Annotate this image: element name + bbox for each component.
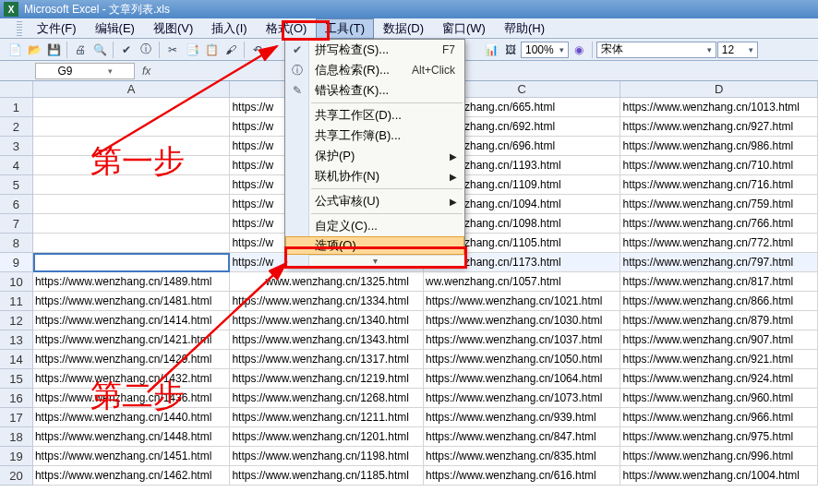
paste-button[interactable]: 📋: [202, 41, 221, 59]
row-header[interactable]: 1: [0, 98, 33, 117]
menu-item-共享工作簿B[interactable]: 共享工作簿(B)...: [285, 126, 464, 146]
table-row[interactable]: 10https://www.wenzhang.cn/1489.htmlhttps…: [0, 272, 818, 292]
cell[interactable]: https://www.wenzhang.cn/921.html: [620, 350, 818, 369]
col-header-D[interactable]: D: [620, 81, 818, 98]
new-button[interactable]: 📄: [6, 41, 24, 59]
cell[interactable]: [33, 195, 231, 214]
cell[interactable]: https://www.wenzhang.cn/1325.html: [230, 272, 424, 292]
row-header[interactable]: 13: [0, 330, 33, 350]
row-header[interactable]: 15: [0, 369, 33, 389]
cell[interactable]: https://www.wenzhang.cn/907.html: [620, 330, 818, 350]
menu-item-错误检查K[interactable]: ✎错误检查(K)...: [285, 80, 464, 101]
row-header[interactable]: 16: [0, 389, 33, 408]
cell[interactable]: https://www.wenzhang.cn/1185.html: [230, 466, 424, 486]
cell[interactable]: https://www.wenzhang.cn/1201.html: [230, 427, 424, 447]
cell[interactable]: https://www.wenzhang.cn/1021.html: [424, 292, 621, 311]
format-painter-button[interactable]: 🖌: [222, 41, 240, 59]
cell[interactable]: https://www.wenzhang.cn/797.html: [620, 253, 818, 272]
table-row[interactable]: 12https://www.wenzhang.cn/1414.htmlhttps…: [0, 311, 818, 330]
cell[interactable]: https://www.wenzhang.cn/924.html: [620, 369, 818, 389]
row-header[interactable]: 4: [0, 156, 33, 175]
row-header[interactable]: 7: [0, 214, 33, 234]
row-header[interactable]: 9: [0, 253, 33, 272]
row-header[interactable]: 18: [0, 427, 33, 447]
cell[interactable]: https://www.wenzhang.cn/1343.html: [230, 330, 424, 350]
cell[interactable]: https://www.wenzhang.cn/766.html: [620, 214, 818, 234]
cell[interactable]: https://www.wenzhang.cn/1414.html: [33, 311, 231, 330]
menu-item-共享工作区D[interactable]: 共享工作区(D)...: [285, 105, 464, 126]
cell[interactable]: https://www.wenzhang.cn/1429.html: [33, 350, 231, 369]
table-row[interactable]: 20https://www.wenzhang.cn/1462.htmlhttps…: [0, 466, 818, 486]
cell[interactable]: https://www.wenzhang.cn/716.html: [620, 175, 818, 195]
cell[interactable]: [33, 234, 231, 253]
save-button[interactable]: 💾: [44, 41, 63, 59]
cell[interactable]: https://www.wenzhang.cn/1004.html: [620, 466, 818, 486]
cell[interactable]: https://www.wenzhang.cn/1219.html: [230, 369, 424, 389]
cell[interactable]: https://www.wenzhang.cn/1030.html: [424, 311, 621, 330]
row-header[interactable]: 5: [0, 175, 33, 195]
zoom-combo[interactable]: 100%▾: [521, 42, 569, 58]
row-header[interactable]: 19: [0, 447, 33, 466]
cell[interactable]: https://www.wenzhang.cn/1064.html: [424, 369, 621, 389]
cell[interactable]: https://www.wenzhang.cn/1013.html: [620, 98, 818, 117]
cell[interactable]: https://www.wenzhang.cn/772.html: [620, 234, 818, 253]
preview-button[interactable]: 🔍: [90, 41, 109, 59]
font-name-combo[interactable]: 宋体▾: [596, 42, 716, 58]
cell[interactable]: https://www.wenzhang.cn/996.html: [620, 447, 818, 466]
cell[interactable]: https://www.wenzhang.cn/975.html: [620, 427, 818, 447]
cell[interactable]: https://www.wenzhang.cn/835.html: [424, 447, 621, 466]
cell[interactable]: https://www.wenzhang.cn/1317.html: [230, 350, 424, 369]
cell[interactable]: https://www.wenzhang.cn/939.html: [424, 408, 621, 427]
copy-button[interactable]: 📑: [183, 41, 201, 59]
cell[interactable]: https://www.wenzhang.cn/960.html: [620, 389, 818, 408]
cell[interactable]: https://www.wenzhang.cn/1073.html: [424, 389, 621, 408]
menu-item-联机协作N[interactable]: 联机协作(N)▶: [285, 166, 464, 186]
cell[interactable]: https://www.wenzhang.cn/847.html: [424, 427, 621, 447]
cell[interactable]: https://www.wenzhang.cn/1268.html: [230, 389, 424, 408]
row-header[interactable]: 6: [0, 195, 33, 214]
cell[interactable]: https://www.wenzhang.cn/1198.html: [230, 447, 424, 466]
row-header[interactable]: 11: [0, 292, 33, 311]
menu-帮助[interactable]: 帮助(H): [495, 18, 554, 39]
cell[interactable]: https://www.wenzhang.cn/1340.html: [230, 311, 424, 330]
menu-窗口[interactable]: 窗口(W): [433, 18, 495, 39]
menu-插入[interactable]: 插入(I): [202, 18, 256, 39]
spellcheck-button[interactable]: ✔: [117, 41, 136, 59]
cell[interactable]: ww.wenzhang.cn/1057.html: [424, 272, 621, 292]
cell[interactable]: https://www.wenzhang.cn/866.html: [620, 292, 818, 311]
cell[interactable]: https://www.wenzhang.cn/927.html: [620, 117, 818, 137]
menu-视图[interactable]: 视图(V): [144, 18, 202, 39]
font-size-combo[interactable]: 12▾: [717, 42, 758, 58]
cell[interactable]: [33, 214, 231, 234]
cell[interactable]: https://www.wenzhang.cn/710.html: [620, 156, 818, 175]
cell[interactable]: https://www.wenzhang.cn/616.html: [424, 466, 621, 486]
menu-编辑[interactable]: 编辑(E): [86, 18, 144, 39]
table-row[interactable]: 19https://www.wenzhang.cn/1451.htmlhttps…: [0, 447, 818, 466]
row-header[interactable]: 20: [0, 466, 33, 486]
col-header-A[interactable]: A: [33, 81, 231, 98]
cell[interactable]: https://www.wenzhang.cn/1481.html: [33, 292, 231, 311]
fx-label[interactable]: fx: [135, 65, 158, 78]
menu-item-拼写检查S[interactable]: ✔拼写检查(S)...F7: [285, 40, 464, 60]
open-button[interactable]: 📂: [25, 41, 43, 59]
cell[interactable]: https://www.wenzhang.cn/1421.html: [33, 330, 231, 350]
select-all-corner[interactable]: [0, 81, 33, 98]
undo-button[interactable]: ↶: [248, 41, 267, 59]
cell[interactable]: https://www.wenzhang.cn/1211.html: [230, 408, 424, 427]
cell[interactable]: [33, 253, 231, 272]
row-header[interactable]: 8: [0, 234, 33, 253]
cell[interactable]: https://www.wenzhang.cn/986.html: [620, 137, 818, 156]
table-row[interactable]: 13https://www.wenzhang.cn/1421.htmlhttps…: [0, 330, 818, 350]
table-row[interactable]: 18https://www.wenzhang.cn/1448.htmlhttps…: [0, 427, 818, 447]
cell[interactable]: https://www.wenzhang.cn/1462.html: [33, 466, 231, 486]
row-header[interactable]: 12: [0, 311, 33, 330]
drawing-button[interactable]: 🖼: [501, 41, 520, 59]
cell[interactable]: https://www.wenzhang.cn/966.html: [620, 408, 818, 427]
menu-item-自定义C[interactable]: 自定义(C)...: [285, 216, 464, 236]
menu-文件[interactable]: 文件(F): [28, 18, 86, 39]
cell[interactable]: https://www.wenzhang.cn/1050.html: [424, 350, 621, 369]
table-row[interactable]: 11https://www.wenzhang.cn/1481.htmlhttps…: [0, 292, 818, 311]
cell[interactable]: https://www.wenzhang.cn/1448.html: [33, 427, 231, 447]
name-box[interactable]: G9▾: [35, 63, 135, 79]
cell[interactable]: [33, 98, 231, 117]
